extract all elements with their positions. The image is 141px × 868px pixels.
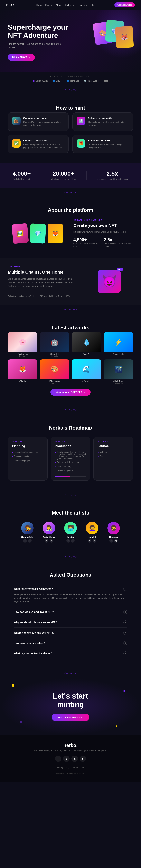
faq-toggle-2[interactable]: + — [123, 610, 127, 614]
about-card-3: 🦊 — [48, 224, 63, 243]
faq-section: Asked Questions What is Nerko's NFT Coll… — [0, 562, 141, 669]
mint-step-2-text: Choose how many NFTs you'd like to add t… — [88, 121, 129, 127]
faq-question-text-2: How can we buy and invest NFT? — [14, 611, 54, 613]
artwork-item-2[interactable]: 🤖 #Poly Doll by Dolia — [40, 332, 69, 357]
artwork-name-1: #Metaverse — [8, 353, 38, 355]
nav-blog[interactable]: Blog — [91, 4, 95, 6]
mint-step-4-title: Receive your NFTs — [88, 139, 129, 142]
artist-name-3: Zandor — [62, 536, 79, 538]
hero-cta-button[interactable]: Mint a SPACE → — [8, 54, 35, 61]
footer-twitter-icon[interactable]: t — [63, 755, 70, 762]
artist-twitter-1[interactable]: t — [23, 539, 27, 542]
faq-toggle-4[interactable]: + — [123, 631, 127, 635]
roadmap-item-2-3: Launch the project — [55, 469, 86, 473]
roadmap-card-2: PHASE 02 Production Quality assure that … — [51, 437, 91, 480]
artwork-item-5[interactable]: 🦊 #Slayfire — [8, 360, 38, 384]
artist-twitter-4[interactable]: t — [88, 539, 91, 542]
artwork-img-1: 🌸 — [8, 332, 38, 352]
artist-instagram-1[interactable]: ig — [28, 539, 31, 542]
about-create-tag: CREATE YOUR OWN NFT — [73, 219, 133, 221]
faq-toggle-1[interactable]: − — [123, 587, 127, 591]
mint-step-1-content: Connect your wallet Use Trust Wallet, Me… — [23, 117, 65, 127]
artwork-item-3[interactable]: 💧 #Mac Art — [72, 332, 101, 357]
artist-name-1: Shaun John — [19, 536, 36, 538]
artist-instagram-2[interactable]: ig — [50, 539, 53, 542]
roadmap-progress-3 — [97, 466, 129, 466]
cta-mint-button[interactable]: Mint SOMETHING → — [52, 714, 89, 721]
nft-emoji-visual: 😈 NFT — [97, 270, 121, 293]
roadmap-item-3-2: ... — [97, 459, 129, 463]
artist-twitter-5[interactable]: t — [110, 539, 113, 542]
partner-unknown: ▦▦ — [104, 80, 108, 82]
about-stat-1: 4,500+ Collections tracked every 5 min — [73, 237, 98, 248]
hero-glow — [92, 10, 141, 59]
nav-roadmap[interactable]: Roadmap — [78, 4, 87, 6]
about-create-text: Multiple Chains, One Home. Stock up all … — [73, 230, 133, 234]
footer-linkedin-icon[interactable]: in — [71, 755, 78, 762]
faq-toggle-5[interactable]: + — [123, 641, 127, 645]
faq-item-5[interactable]: How secure is this token? + — [14, 638, 127, 648]
roadmap-progress-fill-3 — [97, 466, 104, 466]
footer-youtube-icon[interactable]: ▶ — [80, 755, 86, 762]
stat-wallets: 4,000+ Wallets Connected — [13, 170, 31, 181]
partner-trust-wallet: 🛡️ Trust Wallet — [84, 80, 99, 82]
faq-toggle-6[interactable]: + — [123, 651, 127, 655]
artwork-item-7[interactable]: 🌊 #Parallax — [72, 360, 101, 384]
artworks-title: Latest artworks — [8, 325, 133, 331]
faq-list: What is Nerko's NFT Collection? − Nerko … — [14, 584, 127, 659]
nav-logo[interactable]: nerko — [6, 3, 17, 7]
nav-home[interactable]: Home — [36, 4, 42, 6]
nav-minting[interactable]: Minting — [45, 4, 52, 6]
artwork-item-8[interactable]: 🌃 #High Town by Sonteria — [103, 360, 133, 384]
chains-stat-2: ... Difference in Floor & Estimated Valu… — [40, 291, 72, 297]
wave-divider-3: 〜〜〜 — [0, 305, 141, 315]
artwork-item-6[interactable]: 🎨 #Chromalurla by Ryder — [40, 360, 69, 384]
footer-social: f t in ▶ — [8, 755, 133, 762]
nav-about[interactable]: About — [56, 4, 62, 6]
cta-title: Let's start minting — [8, 692, 133, 709]
artist-instagram-3[interactable]: ig — [71, 539, 75, 542]
about-card-2: 💎 — [29, 223, 46, 244]
artist-social-5: t ig — [105, 539, 122, 542]
artwork-img-5: 🦊 — [8, 360, 38, 379]
footer-privacy-link[interactable]: Privacy policy — [57, 767, 69, 769]
nav-collection[interactable]: Collection — [65, 4, 74, 6]
faq-question-2: How can we buy and invest NFT? + — [14, 610, 127, 614]
view-more-button[interactable]: View more at OPENSEA → — [50, 389, 91, 396]
chains-stat-2-label: Difference in Floor & Estimated Value — [40, 295, 72, 297]
cta-section: Let's start minting Mint SOMETHING → — [0, 678, 141, 735]
chains-stat-1: ... Collections tracked every 5 min — [8, 291, 35, 297]
artwork-item-1[interactable]: 🌸 #Metaverse by Tyron — [8, 332, 38, 357]
faq-item-2[interactable]: How can we buy and invest NFT? + — [14, 607, 127, 617]
artist-instagram-4[interactable]: ig — [93, 539, 96, 542]
mint-step-4-content: Receive your NFTs Get products on the Ne… — [88, 139, 129, 149]
about-right-content: CREATE YOUR OWN NFT Create your own NFT … — [73, 219, 133, 248]
artist-instagram-5[interactable]: ig — [114, 539, 118, 542]
wave-divider-5: 〜〜〜 — [0, 490, 141, 500]
roadmap-item-3-0: built-our — [97, 450, 129, 455]
footer: nerko. We make it easy to Discover, Inve… — [0, 735, 141, 782]
faq-item-1[interactable]: What is Nerko's NFT Collection? − Nerko … — [14, 584, 127, 607]
faq-item-4[interactable]: Where can we buy and sell NFTs? + — [14, 628, 127, 638]
artwork-img-8: 🌃 — [103, 360, 133, 379]
faq-question-text-3: Why we should choose Nerko NFT? — [14, 621, 57, 624]
artwork-img-6: 🎨 — [40, 360, 69, 379]
chains-text: We make it easy to Discover, invest and … — [8, 277, 79, 288]
mint-icon-wallet: 👜 — [12, 117, 21, 125]
artwork-item-4[interactable]: ⚡ #Toxic Punks — [103, 332, 133, 357]
artist-5: 🧔 Houston t ig — [105, 522, 122, 542]
faq-question-1: What is Nerko's NFT Collection? − — [14, 587, 127, 591]
faq-item-3[interactable]: Why we should choose Nerko NFT? + — [14, 617, 127, 628]
mint-step-3-text: Approve the purchase and a transaction w… — [23, 143, 65, 149]
artist-twitter-2[interactable]: t — [45, 539, 48, 542]
footer-facebook-icon[interactable]: f — [55, 755, 61, 762]
connect-wallet-button[interactable]: Connect wallet — [114, 2, 135, 7]
chains-right: 😈 NFT — [86, 270, 133, 293]
artist-twitter-3[interactable]: t — [66, 539, 70, 542]
roadmap-item-1-0: Research website and bugs — [12, 450, 44, 455]
artwork-author-2: by Dolia — [40, 355, 69, 357]
mint-grid: 👜 Connect your wallet Use Trust Wallet, … — [8, 113, 133, 153]
faq-toggle-3[interactable]: + — [123, 620, 127, 624]
faq-item-6[interactable]: What is your contract address? + — [14, 648, 127, 659]
footer-terms-link[interactable]: Terms of use — [73, 767, 84, 769]
